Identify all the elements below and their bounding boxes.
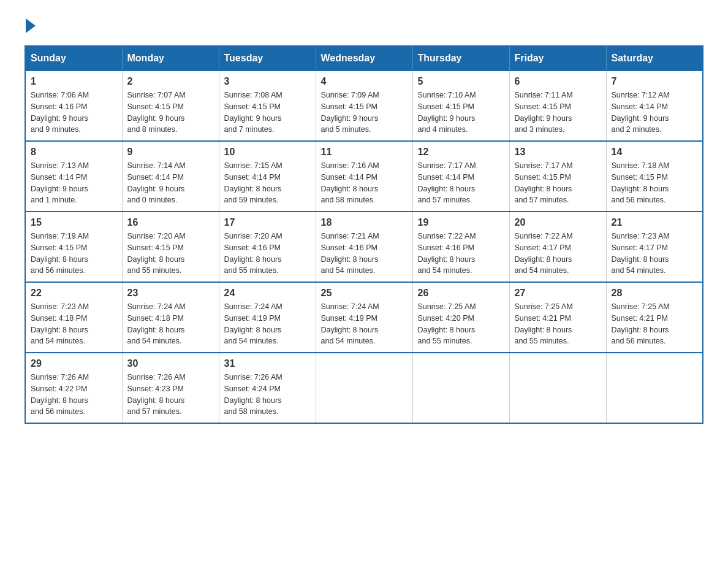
- day-number: 24: [224, 288, 311, 299]
- day-info: Sunrise: 7:24 AMSunset: 4:19 PMDaylight:…: [321, 301, 408, 347]
- calendar-cell: 29 Sunrise: 7:26 AMSunset: 4:22 PMDaylig…: [25, 353, 122, 423]
- column-header-monday: Monday: [122, 46, 219, 71]
- day-number: 7: [612, 76, 698, 87]
- calendar-cell: 6 Sunrise: 7:11 AMSunset: 4:15 PMDayligh…: [509, 71, 606, 141]
- day-info: Sunrise: 7:08 AMSunset: 4:15 PMDaylight:…: [224, 90, 311, 136]
- day-info: Sunrise: 7:13 AMSunset: 4:14 PMDaylight:…: [31, 160, 117, 206]
- calendar-cell: 13 Sunrise: 7:17 AMSunset: 4:15 PMDaylig…: [509, 141, 606, 212]
- day-info: Sunrise: 7:24 AMSunset: 4:18 PMDaylight:…: [127, 301, 214, 347]
- day-number: 17: [224, 217, 311, 228]
- day-info: Sunrise: 7:20 AMSunset: 4:16 PMDaylight:…: [224, 231, 311, 277]
- calendar-cell: [412, 353, 509, 423]
- day-info: Sunrise: 7:23 AMSunset: 4:17 PMDaylight:…: [612, 231, 698, 277]
- day-number: 5: [418, 76, 504, 87]
- column-header-saturday: Saturday: [606, 46, 703, 71]
- day-number: 15: [31, 217, 117, 228]
- column-header-sunday: Sunday: [25, 46, 122, 71]
- page-header: [25, 18, 703, 33]
- day-info: Sunrise: 7:20 AMSunset: 4:15 PMDaylight:…: [127, 231, 214, 277]
- calendar-cell: 25 Sunrise: 7:24 AMSunset: 4:19 PMDaylig…: [316, 282, 412, 353]
- day-info: Sunrise: 7:14 AMSunset: 4:14 PMDaylight:…: [127, 160, 214, 206]
- column-header-thursday: Thursday: [412, 46, 509, 71]
- calendar-week-row: 8 Sunrise: 7:13 AMSunset: 4:14 PMDayligh…: [25, 141, 703, 212]
- calendar-cell: [509, 353, 606, 423]
- logo: [25, 18, 36, 33]
- calendar-cell: 28 Sunrise: 7:25 AMSunset: 4:21 PMDaylig…: [606, 282, 703, 353]
- day-number: 18: [321, 217, 408, 228]
- logo-arrow-icon: [26, 18, 36, 33]
- day-number: 21: [612, 217, 698, 228]
- day-info: Sunrise: 7:07 AMSunset: 4:15 PMDaylight:…: [127, 90, 214, 136]
- day-number: 8: [31, 147, 117, 158]
- calendar-cell: 19 Sunrise: 7:22 AMSunset: 4:16 PMDaylig…: [412, 212, 509, 282]
- day-number: 1: [31, 76, 117, 87]
- day-number: 3: [224, 76, 311, 87]
- calendar-week-row: 15 Sunrise: 7:19 AMSunset: 4:15 PMDaylig…: [25, 212, 703, 282]
- day-number: 13: [515, 147, 601, 158]
- day-number: 10: [224, 147, 311, 158]
- day-number: 20: [515, 217, 601, 228]
- calendar-cell: 24 Sunrise: 7:24 AMSunset: 4:19 PMDaylig…: [219, 282, 316, 353]
- calendar-cell: 15 Sunrise: 7:19 AMSunset: 4:15 PMDaylig…: [25, 212, 122, 282]
- day-number: 11: [321, 147, 408, 158]
- day-number: 19: [418, 217, 504, 228]
- day-info: Sunrise: 7:15 AMSunset: 4:14 PMDaylight:…: [224, 160, 311, 206]
- day-info: Sunrise: 7:06 AMSunset: 4:16 PMDaylight:…: [31, 90, 117, 136]
- calendar-table: SundayMondayTuesdayWednesdayThursdayFrid…: [25, 45, 703, 424]
- calendar-cell: 22 Sunrise: 7:23 AMSunset: 4:18 PMDaylig…: [25, 282, 122, 353]
- calendar-cell: 14 Sunrise: 7:18 AMSunset: 4:15 PMDaylig…: [606, 141, 703, 212]
- day-number: 27: [515, 288, 601, 299]
- calendar-cell: 8 Sunrise: 7:13 AMSunset: 4:14 PMDayligh…: [25, 141, 122, 212]
- calendar-cell: [316, 353, 412, 423]
- calendar-cell: 7 Sunrise: 7:12 AMSunset: 4:14 PMDayligh…: [606, 71, 703, 141]
- day-info: Sunrise: 7:25 AMSunset: 4:20 PMDaylight:…: [418, 301, 504, 347]
- day-info: Sunrise: 7:26 AMSunset: 4:24 PMDaylight:…: [224, 372, 311, 418]
- day-info: Sunrise: 7:25 AMSunset: 4:21 PMDaylight:…: [515, 301, 601, 347]
- day-info: Sunrise: 7:24 AMSunset: 4:19 PMDaylight:…: [224, 301, 311, 347]
- day-number: 30: [127, 358, 214, 369]
- day-info: Sunrise: 7:21 AMSunset: 4:16 PMDaylight:…: [321, 231, 408, 277]
- calendar-cell: 12 Sunrise: 7:17 AMSunset: 4:14 PMDaylig…: [412, 141, 509, 212]
- day-info: Sunrise: 7:16 AMSunset: 4:14 PMDaylight:…: [321, 160, 408, 206]
- day-info: Sunrise: 7:22 AMSunset: 4:17 PMDaylight:…: [515, 231, 601, 277]
- day-info: Sunrise: 7:18 AMSunset: 4:15 PMDaylight:…: [612, 160, 698, 206]
- calendar-cell: 3 Sunrise: 7:08 AMSunset: 4:15 PMDayligh…: [219, 71, 316, 141]
- day-number: 4: [321, 76, 408, 87]
- day-number: 28: [612, 288, 698, 299]
- day-number: 26: [418, 288, 504, 299]
- calendar-header-row: SundayMondayTuesdayWednesdayThursdayFrid…: [25, 46, 703, 71]
- calendar-cell: 30 Sunrise: 7:26 AMSunset: 4:23 PMDaylig…: [122, 353, 219, 423]
- calendar-cell: 26 Sunrise: 7:25 AMSunset: 4:20 PMDaylig…: [412, 282, 509, 353]
- day-number: 9: [127, 147, 214, 158]
- day-info: Sunrise: 7:23 AMSunset: 4:18 PMDaylight:…: [31, 301, 117, 347]
- calendar-cell: 4 Sunrise: 7:09 AMSunset: 4:15 PMDayligh…: [316, 71, 412, 141]
- column-header-wednesday: Wednesday: [316, 46, 412, 71]
- day-info: Sunrise: 7:10 AMSunset: 4:15 PMDaylight:…: [418, 90, 504, 136]
- calendar-cell: 17 Sunrise: 7:20 AMSunset: 4:16 PMDaylig…: [219, 212, 316, 282]
- day-info: Sunrise: 7:12 AMSunset: 4:14 PMDaylight:…: [612, 90, 698, 136]
- calendar-cell: 5 Sunrise: 7:10 AMSunset: 4:15 PMDayligh…: [412, 71, 509, 141]
- column-header-tuesday: Tuesday: [219, 46, 316, 71]
- calendar-cell: 1 Sunrise: 7:06 AMSunset: 4:16 PMDayligh…: [25, 71, 122, 141]
- day-info: Sunrise: 7:09 AMSunset: 4:15 PMDaylight:…: [321, 90, 408, 136]
- day-number: 2: [127, 76, 214, 87]
- day-number: 14: [612, 147, 698, 158]
- calendar-cell: 2 Sunrise: 7:07 AMSunset: 4:15 PMDayligh…: [122, 71, 219, 141]
- day-number: 25: [321, 288, 408, 299]
- calendar-cell: 20 Sunrise: 7:22 AMSunset: 4:17 PMDaylig…: [509, 212, 606, 282]
- day-info: Sunrise: 7:22 AMSunset: 4:16 PMDaylight:…: [418, 231, 504, 277]
- day-info: Sunrise: 7:26 AMSunset: 4:22 PMDaylight:…: [31, 372, 117, 418]
- day-number: 16: [127, 217, 214, 228]
- column-header-friday: Friday: [509, 46, 606, 71]
- day-number: 22: [31, 288, 117, 299]
- day-number: 31: [224, 358, 311, 369]
- calendar-cell: 23 Sunrise: 7:24 AMSunset: 4:18 PMDaylig…: [122, 282, 219, 353]
- day-info: Sunrise: 7:17 AMSunset: 4:14 PMDaylight:…: [418, 160, 504, 206]
- calendar-cell: 21 Sunrise: 7:23 AMSunset: 4:17 PMDaylig…: [606, 212, 703, 282]
- calendar-cell: 27 Sunrise: 7:25 AMSunset: 4:21 PMDaylig…: [509, 282, 606, 353]
- day-number: 29: [31, 358, 117, 369]
- day-info: Sunrise: 7:19 AMSunset: 4:15 PMDaylight:…: [31, 231, 117, 277]
- day-number: 6: [515, 76, 601, 87]
- calendar-cell: 18 Sunrise: 7:21 AMSunset: 4:16 PMDaylig…: [316, 212, 412, 282]
- calendar-week-row: 22 Sunrise: 7:23 AMSunset: 4:18 PMDaylig…: [25, 282, 703, 353]
